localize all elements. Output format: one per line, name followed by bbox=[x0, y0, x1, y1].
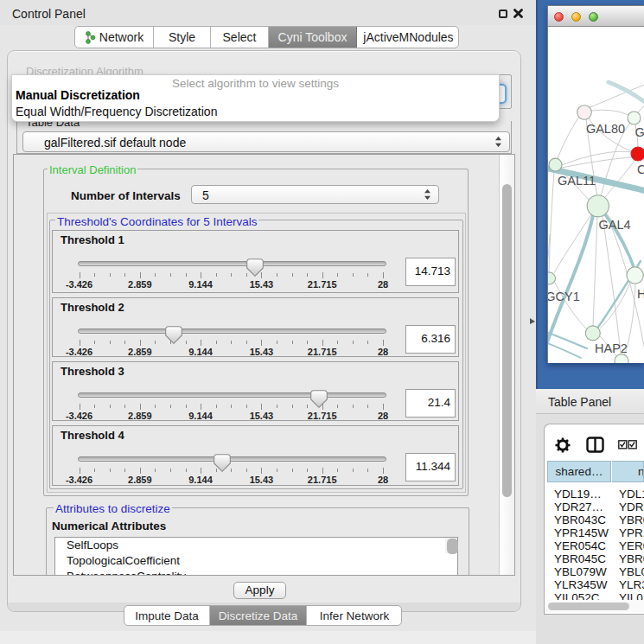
svg-text:H: H bbox=[637, 287, 644, 301]
svg-text:GAL11: GAL11 bbox=[558, 174, 596, 188]
svg-text:GA: GA bbox=[635, 125, 644, 139]
svg-text:GAL80: GAL80 bbox=[586, 122, 625, 136]
svg-text:C: C bbox=[637, 163, 644, 176]
svg-text:HAP2: HAP2 bbox=[595, 341, 628, 355]
svg-text:GCY1: GCY1 bbox=[548, 290, 580, 303]
svg-text:GAL4: GAL4 bbox=[598, 218, 630, 232]
